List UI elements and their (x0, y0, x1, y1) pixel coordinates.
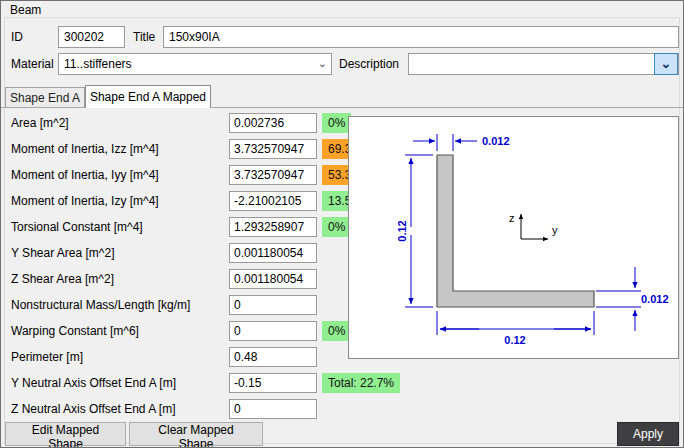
property-input[interactable] (229, 139, 317, 159)
dim-width-label: 0.12 (504, 334, 525, 346)
title-label: Title (133, 26, 155, 48)
beam-dialog: Beam ID Title Material 11..stiffeners ⌄ … (0, 0, 684, 448)
tab-shape-end-a[interactable]: Shape End A (5, 87, 85, 108)
cross-section-panel: 0.012 0.12 0.12 (348, 116, 679, 359)
property-input[interactable] (229, 321, 317, 341)
property-input[interactable] (229, 295, 317, 315)
property-input[interactable] (229, 269, 317, 289)
angle-section-shape (437, 155, 594, 307)
property-label: Moment of Inertia, Izz [m^4] (11, 136, 159, 162)
description-dropdown-button[interactable]: ⌄ (654, 53, 678, 75)
property-input[interactable] (229, 399, 317, 419)
property-input[interactable] (229, 191, 317, 211)
chevron-down-icon: ⌄ (318, 54, 327, 74)
property-label: Torsional Constant [m^4] (11, 214, 143, 240)
dim-bottom-thickness (596, 267, 641, 331)
tab-shape-end-a-mapped[interactable]: Shape End A Mapped (85, 85, 211, 108)
axis-y-label: y (552, 224, 558, 236)
property-input[interactable] (229, 217, 317, 237)
dim-height (405, 155, 433, 307)
property-row: Y Neutral Axis Offset End A [m] Total: 2… (1, 370, 684, 396)
chevron-down-icon: ⌄ (661, 56, 672, 71)
id-label: ID (11, 26, 23, 48)
property-badge: 0% (322, 113, 351, 133)
property-badge: 0% (322, 321, 351, 341)
group-title: Beam (8, 3, 43, 17)
property-label: Perimeter [m] (11, 344, 83, 370)
dim-bottom-thickness-label: 0.012 (641, 293, 669, 305)
dim-height-label: 0.12 (396, 220, 408, 241)
cross-section-diagram: 0.012 0.12 0.12 (349, 117, 678, 358)
property-row: Z Neutral Axis Offset End A [m] (1, 396, 684, 422)
dim-top-thickness-label: 0.012 (482, 135, 510, 147)
property-input[interactable] (229, 373, 317, 393)
material-combobox[interactable]: 11..stiffeners ⌄ (58, 53, 332, 75)
axes-icon (521, 214, 548, 239)
dim-width (437, 311, 594, 335)
property-label: Moment of Inertia, Izy [m^4] (11, 188, 159, 214)
property-input[interactable] (229, 113, 317, 133)
property-label: Y Shear Area [m^2] (11, 240, 114, 266)
property-input[interactable] (229, 243, 317, 263)
property-label: Z Neutral Axis Offset End A [m] (11, 396, 176, 422)
dim-top-thickness (413, 134, 477, 151)
property-label: Area [m^2] (11, 110, 69, 136)
description-combobox[interactable]: ⌄ (408, 53, 679, 75)
apply-button[interactable]: Apply (617, 422, 679, 446)
clear-mapped-shape-button[interactable]: Clear Mapped Shape (129, 422, 263, 446)
property-label: Nonstructural Mass/Length [kg/m] (11, 292, 190, 318)
id-field[interactable] (58, 26, 125, 48)
property-label: Warping Constant [m^6] (11, 318, 139, 344)
description-label: Description (339, 53, 399, 75)
property-label: Moment of Inertia, Iyy [m^4] (11, 162, 159, 188)
property-label: Z Shear Area [m^2] (11, 266, 114, 292)
material-value: 11..stiffeners (64, 57, 132, 71)
property-badge: Total: 22.7% (322, 373, 400, 393)
axis-z-label: z (509, 212, 515, 224)
property-input[interactable] (229, 347, 317, 367)
title-field[interactable] (163, 26, 679, 48)
property-label: Y Neutral Axis Offset End A [m] (11, 370, 176, 396)
material-label: Material (11, 53, 54, 75)
edit-mapped-shape-button[interactable]: Edit Mapped Shape (5, 422, 126, 446)
property-badge: 0% (322, 217, 351, 237)
property-input[interactable] (229, 165, 317, 185)
